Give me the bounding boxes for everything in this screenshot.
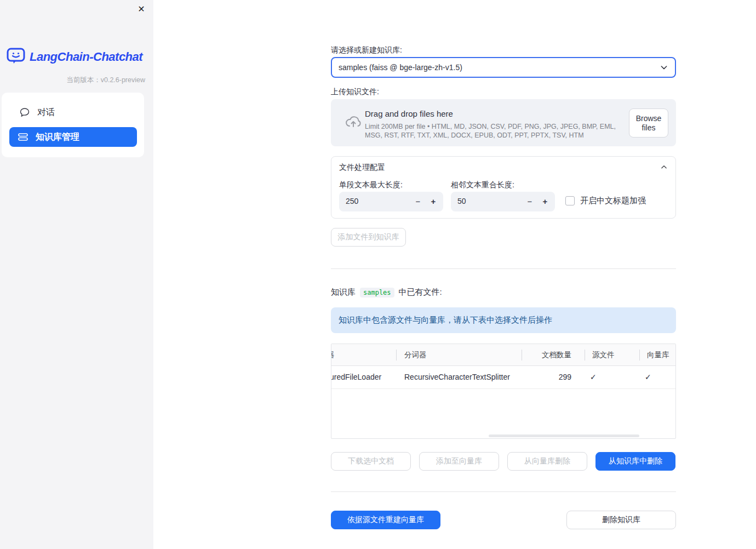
close-icon[interactable]: ✕ <box>135 3 148 16</box>
chunk-size-label: 单段文本最大长度: <box>339 180 403 190</box>
browse-files-button[interactable]: Browse files <box>629 108 668 138</box>
kb-selectbox-value: samples (faiss @ bge-large-zh-v1.5) <box>339 63 660 72</box>
chevron-down-icon <box>660 63 668 72</box>
column-separator <box>639 350 640 361</box>
cell-doc-count: 299 <box>529 373 571 381</box>
kb-name-code: samples <box>360 288 394 298</box>
version-label: 当前版本： <box>66 76 101 84</box>
overlap-size-label: 相邻文本重合长度: <box>451 180 514 190</box>
kb-files-table[interactable]: 器 分词器 文档数量 源文件 向量库 uredFileLoader Recurs… <box>331 344 676 439</box>
table-row[interactable]: uredFileLoader RecursiveCharacterTextSpl… <box>331 367 675 389</box>
overlap-size-value: 50 <box>457 197 466 205</box>
sidebar-menu: 对话 知识库管理 <box>2 93 144 157</box>
cloud-upload-icon <box>345 115 362 131</box>
kb-selectbox[interactable]: samples (faiss @ bge-large-zh-v1.5) <box>331 57 676 78</box>
divider <box>331 491 676 492</box>
kb-select-label: 请选择或新建知识库: <box>331 45 402 55</box>
cell-vector-check: ✓ <box>645 373 651 381</box>
expander-title: 文件处理配置 <box>339 163 385 173</box>
chat-bubble-smile-icon <box>7 48 25 66</box>
version-caption: 当前版本：v0.2.6-preview <box>66 76 145 85</box>
dropzone-title: Drag and drop files here <box>365 109 453 118</box>
info-banner-text: 知识库中包含源文件与向量库，请从下表中选择文件后操作 <box>339 315 552 325</box>
column-separator <box>522 350 522 361</box>
horizontal-scrollbar[interactable] <box>489 434 639 437</box>
sidebar-item-dialogue[interactable]: 对话 <box>11 103 139 122</box>
add-files-to-kb-button[interactable]: 添加文件到知识库 <box>331 228 406 247</box>
delete-from-vectorstore-button[interactable]: 从向量库删除 <box>507 452 587 471</box>
column-header-vector-store[interactable]: 向量库 <box>647 350 669 360</box>
dropzone-limit-text: Limit 200MB per file • HTML, MD, JSON, C… <box>365 122 627 140</box>
kb-line-prefix: 知识库 <box>331 287 356 298</box>
zh-title-checkbox-label: 开启中文标题加强 <box>580 196 646 206</box>
file-config-expander: 文件处理配置 单段文本最大长度: 相邻文本重合长度: 250 − + 50 − … <box>331 156 676 219</box>
info-banner: 知识库中包含源文件与向量库，请从下表中选择文件后操作 <box>331 307 676 333</box>
cell-splitter: RecursiveCharacterTextSplitter <box>404 373 510 381</box>
column-header-loader[interactable]: 器 <box>331 350 339 360</box>
sidebar-item-label: 对话 <box>37 107 55 118</box>
decrement-button[interactable]: − <box>522 192 537 211</box>
app-logo: LangChain-Chatchat <box>7 48 142 66</box>
app-title: LangChain-Chatchat <box>30 50 142 64</box>
column-header-splitter[interactable]: 分词器 <box>404 350 427 360</box>
download-selected-button[interactable]: 下载选中文档 <box>331 452 411 471</box>
sidebar-item-kb-management[interactable]: 知识库管理 <box>9 127 137 147</box>
increment-button[interactable]: + <box>537 192 553 211</box>
database-icon <box>18 133 28 141</box>
rebuild-vectorstore-button[interactable]: 依据源文件重建向量库 <box>331 511 440 529</box>
increment-button[interactable]: + <box>426 192 441 211</box>
sidebar-item-label: 知识库管理 <box>36 131 79 143</box>
column-header-source-file[interactable]: 源文件 <box>592 350 615 360</box>
chunk-size-input[interactable]: 250 − + <box>339 192 443 211</box>
version-value: v0.2.6-preview <box>101 76 145 84</box>
kb-line-suffix: 中已有文件: <box>399 287 442 298</box>
sidebar: ✕ LangChain-Chatchat 当前版本：v0.2.6-preview… <box>0 0 153 549</box>
decrement-button[interactable]: − <box>410 192 426 211</box>
cell-loader: uredFileLoader <box>331 373 393 381</box>
delete-kb-button[interactable]: 删除知识库 <box>566 511 676 529</box>
zh-title-checkbox[interactable] <box>565 196 575 205</box>
overlap-size-input[interactable]: 50 − + <box>451 192 555 211</box>
chunk-size-value: 250 <box>346 197 358 205</box>
column-header-doc-count[interactable]: 文档数量 <box>529 350 571 360</box>
chat-icon <box>20 108 30 117</box>
column-separator <box>585 350 585 361</box>
kb-existing-files-line: 知识库 samples 中已有文件: <box>331 287 442 298</box>
cell-source-check: ✓ <box>590 373 597 381</box>
add-to-vectorstore-button[interactable]: 添加至向量库 <box>419 452 499 471</box>
divider <box>331 268 676 269</box>
delete-from-kb-button[interactable]: 从知识库中删除 <box>595 452 675 471</box>
file-dropzone[interactable]: Drag and drop files here Limit 200MB per… <box>331 99 676 146</box>
column-separator <box>396 350 397 361</box>
table-header-row: 器 分词器 文档数量 源文件 向量库 <box>331 344 675 366</box>
upload-label: 上传知识文件: <box>331 87 379 97</box>
chevron-up-icon[interactable] <box>660 163 668 173</box>
